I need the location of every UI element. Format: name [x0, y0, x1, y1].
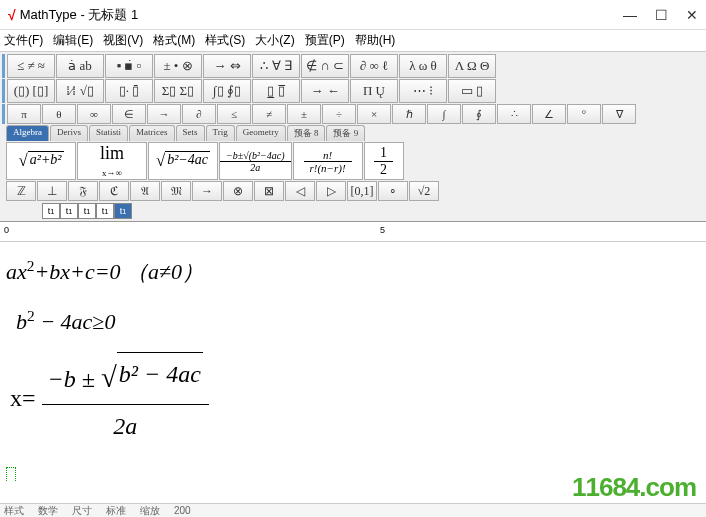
sym-angle[interactable]: ∠ [532, 104, 566, 124]
palette-arrows[interactable]: → ⇔ [203, 54, 251, 78]
sym-A[interactable]: 𝔄 [130, 181, 160, 201]
palette-sums[interactable]: Σ▯ Σ▯͏ [154, 79, 202, 103]
sym-degree[interactable]: ° [567, 104, 601, 124]
palette-underover[interactable]: ▯̲ ▯̅ [252, 79, 300, 103]
menu-view[interactable]: 视图(V) [103, 32, 143, 49]
palette-embellish[interactable]: ▪ ▪̇ ▫ [105, 54, 153, 78]
palette-misc[interactable]: ∂ ∞ ℓ [350, 54, 398, 78]
sym-C[interactable]: ℭ [99, 181, 129, 201]
equation-2: b2 − 4ac≥0 [6, 302, 700, 342]
palette-integrals[interactable]: ∫▯ ∮▯ [203, 79, 251, 103]
watermark: 11684.com [572, 472, 696, 503]
sym-theta[interactable]: θ [42, 104, 76, 124]
sym-F[interactable]: 𝔉 [68, 181, 98, 201]
palette-sets[interactable]: ∉ ∩ ⊂ [301, 54, 349, 78]
palette-fences[interactable]: (▯) [▯] [7, 79, 55, 103]
palette-row-3: π θ ∞ ∈ → ∂ ≤ ≠ ± ÷ × ℏ ∫ ∮ ∴ ∠ ° ∇ [2, 104, 704, 124]
tab-geometry[interactable]: Geometry [236, 125, 286, 141]
palette-relations[interactable]: ≤ ≠ ≈ [7, 54, 55, 78]
sym-nabla[interactable]: ∇ [602, 104, 636, 124]
palette-frac-radical[interactable]: ⁞⁄⁞ √▯ [56, 79, 104, 103]
sym-leq[interactable]: ≤ [217, 104, 251, 124]
sym-div[interactable]: ÷ [322, 104, 356, 124]
size-t1[interactable]: t1 [42, 203, 60, 219]
palette-logical[interactable]: ∴ ∀ ∃ [252, 54, 300, 78]
tab-sets[interactable]: Sets [176, 125, 205, 141]
sym-in[interactable]: ∈ [112, 104, 146, 124]
size-t3[interactable]: t1 [78, 203, 96, 219]
sym-to[interactable]: → [147, 104, 181, 124]
menu-size[interactable]: 大小(Z) [255, 32, 294, 49]
size-t2[interactable]: t1 [60, 203, 78, 219]
sym-pi[interactable]: π [7, 104, 41, 124]
palette-matrices[interactable]: ⋯ ⁝ [399, 79, 447, 103]
menu-file[interactable]: 文件(F) [4, 32, 43, 49]
palette-boxes[interactable]: ▭ ▯ [448, 79, 496, 103]
menu-format[interactable]: 格式(M) [153, 32, 195, 49]
sym-Z[interactable]: ℤ [6, 181, 36, 201]
tab-trig[interactable]: Trig [206, 125, 235, 141]
sym-times[interactable]: × [357, 104, 391, 124]
palette-row-2: (▯) [▯] ⁞⁄⁞ √▯ ▯· ▯̄ Σ▯ Σ▯͏ ∫▯ ∮▯ ▯̲ ▯̅ … [2, 79, 704, 103]
window-controls: — ☐ ✕ [623, 7, 698, 23]
status-zoom-label: 缩放 [140, 504, 160, 518]
sym-oint[interactable]: ∮ [462, 104, 496, 124]
status-zoom-value: 200 [174, 505, 191, 516]
palette-greek-lower[interactable]: λ ω θ [399, 54, 447, 78]
menu-style[interactable]: 样式(S) [205, 32, 245, 49]
sym-infty[interactable]: ∞ [77, 104, 111, 124]
status-size-label: 尺寸 [72, 504, 92, 518]
ruler[interactable]: 0 5 [0, 222, 706, 242]
sym-interval[interactable]: [0,1] [347, 181, 377, 201]
tab-reserve9[interactable]: 预备 9 [326, 125, 365, 141]
tab-reserve8[interactable]: 预备 8 [287, 125, 326, 141]
palette-label-arrows[interactable]: → ← [301, 79, 349, 103]
sym-boxtimes[interactable]: ⊠ [254, 181, 284, 201]
palette-operators[interactable]: ± • ⊗ [154, 54, 202, 78]
symbol-bar: ℤ ⊥ 𝔉 ℭ 𝔄 𝔐 → ⊗ ⊠ ◁ ▷ [0,1] ∘ √2 [6, 181, 704, 201]
equation-editor[interactable]: ax2+bx+c=0 （a≠0） b2 − 4ac≥0 x= −b ± √b² … [0, 242, 706, 482]
sym-otimes[interactable]: ⊗ [223, 181, 253, 201]
preset-discriminant[interactable]: √b²−4ac [148, 142, 218, 180]
sym-circ[interactable]: ∘ [378, 181, 408, 201]
tab-stat[interactable]: Statisti [89, 125, 128, 141]
palette-subsup[interactable]: ▯· ▯̄ [105, 79, 153, 103]
preset-quadratic[interactable]: −b±√(b²−4ac)2a [219, 142, 292, 180]
menu-edit[interactable]: 编辑(E) [53, 32, 93, 49]
sym-M[interactable]: 𝔐 [161, 181, 191, 201]
size-t4[interactable]: t1 [96, 203, 114, 219]
sym-triangleright[interactable]: ▷ [316, 181, 346, 201]
sym-neq[interactable]: ≠ [252, 104, 286, 124]
menu-pref[interactable]: 预置(P) [305, 32, 345, 49]
palette-spaces[interactable]: ȧ ab [56, 54, 104, 78]
preset-sqrt-ab[interactable]: √a²+b² [6, 142, 76, 180]
expression-tabs: Algebra Derivs Statisti Matrices Sets Tr… [6, 125, 704, 141]
preset-half[interactable]: 12 [364, 142, 404, 180]
tab-algebra[interactable]: Algebra [6, 125, 49, 141]
sym-perp[interactable]: ⊥ [37, 181, 67, 201]
preset-limit[interactable]: limx→∞ [77, 142, 147, 180]
sym-hbar[interactable]: ℏ [392, 104, 426, 124]
sym-triangleleft[interactable]: ◁ [285, 181, 315, 201]
palette-row-1: ≤ ≠ ≈ ȧ ab ▪ ▪̇ ▫ ± • ⊗ → ⇔ ∴ ∀ ∃ ∉ ∩ ⊂ … [2, 54, 704, 78]
palette-products[interactable]: Π Ų [350, 79, 398, 103]
sym-therefore[interactable]: ∴ [497, 104, 531, 124]
size-t5[interactable]: t1 [114, 203, 132, 219]
titlebar: √ MathType - 无标题 1 — ☐ ✕ [0, 0, 706, 30]
close-button[interactable]: ✕ [686, 7, 698, 23]
sym-arrow[interactable]: → [192, 181, 222, 201]
minimize-button[interactable]: — [623, 7, 637, 23]
palette-greek-upper[interactable]: Λ Ω Θ [448, 54, 496, 78]
tab-matrices[interactable]: Matrices [129, 125, 175, 141]
sym-partial[interactable]: ∂ [182, 104, 216, 124]
maximize-button[interactable]: ☐ [655, 7, 668, 23]
sym-pm[interactable]: ± [287, 104, 321, 124]
preset-binomial[interactable]: n!r!(n−r)! [293, 142, 363, 180]
tab-derivs[interactable]: Derivs [50, 125, 88, 141]
status-style-value: 数学 [38, 504, 58, 518]
equation-3: x= −b ± √b² − 4ac 2a [6, 352, 700, 448]
sym-sqrt2[interactable]: √2 [409, 181, 439, 201]
menu-help[interactable]: 帮助(H) [355, 32, 396, 49]
sym-int[interactable]: ∫ [427, 104, 461, 124]
app-logo: √ [8, 7, 16, 23]
